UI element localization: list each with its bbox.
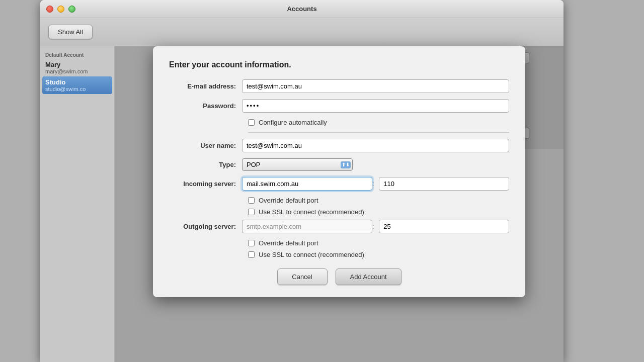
modal-overlay: Enter your account information. E-mail a… [115, 46, 564, 362]
maximize-button[interactable] [68, 6, 75, 13]
username-label: User name: [169, 142, 242, 149]
sidebar-account-mary[interactable]: Mary mary@swim.com [40, 59, 114, 76]
outgoing-server-label: Outgoing server: [169, 223, 242, 230]
incoming-override-label: Override default port [259, 197, 318, 204]
outgoing-ssl-row: Use SSL to connect (recommended) [248, 251, 509, 258]
outgoing-override-row: Override default port [248, 239, 509, 247]
modal-buttons: Cancel Add Account [169, 268, 509, 285]
sidebar-account-studio[interactable]: Studio studio@swim.co [42, 76, 112, 94]
type-select-wrapper: POP IMAP [242, 158, 353, 171]
configure-auto-checkbox[interactable] [248, 119, 255, 126]
password-label: Password: [169, 102, 242, 110]
sidebar: Default Account Mary mary@swim.com Studi… [40, 46, 115, 362]
cancel-button[interactable]: Cancel [277, 268, 328, 285]
password-input[interactable] [242, 99, 509, 113]
type-row: Type: POP IMAP [169, 158, 509, 171]
incoming-override-checkbox[interactable] [248, 197, 255, 204]
outgoing-server-input[interactable] [242, 220, 372, 233]
type-label: Type: [169, 161, 242, 168]
titlebar: Accounts [40, 0, 564, 18]
divider-1 [248, 132, 509, 133]
traffic-lights [46, 6, 75, 13]
close-button[interactable] [46, 6, 53, 13]
main-panel: Enter your account information. E-mail a… [115, 46, 564, 362]
outgoing-ssl-checkbox[interactable] [248, 251, 255, 258]
username-row: User name: [169, 139, 509, 152]
sidebar-section-label: Default Account [40, 50, 114, 59]
toolbar: Show All [40, 18, 564, 46]
incoming-ssl-checkbox[interactable] [248, 209, 255, 215]
incoming-server-row: Incoming server: : [169, 177, 509, 191]
minimize-button[interactable] [57, 6, 64, 13]
outgoing-ssl-label: Use SSL to connect (recommended) [259, 251, 364, 258]
outgoing-port-input[interactable] [379, 220, 509, 233]
main-window: Accounts Show All Default Account Mary m… [40, 0, 564, 362]
add-account-button[interactable]: Add Account [336, 268, 401, 285]
configure-auto-label: Configure automatically [259, 119, 327, 126]
incoming-server-input[interactable] [242, 177, 372, 191]
password-row: Password: [169, 99, 509, 113]
incoming-port-input[interactable] [379, 177, 509, 191]
show-all-button[interactable]: Show All [48, 25, 93, 39]
content-area: Default Account Mary mary@swim.com Studi… [40, 46, 564, 362]
incoming-ssl-label: Use SSL to connect (recommended) [259, 208, 364, 216]
sidebar-account-name-studio: Studio [45, 78, 109, 86]
outgoing-override-checkbox[interactable] [248, 240, 255, 246]
sidebar-account-email-studio: studio@swim.co [45, 86, 109, 92]
incoming-server-label: Incoming server: [169, 180, 242, 188]
outgoing-server-row: Outgoing server: : [169, 220, 509, 233]
email-label: E-mail address: [169, 82, 242, 90]
configure-auto-row: Configure automatically [248, 119, 509, 126]
incoming-override-row: Override default port [248, 197, 509, 204]
email-input[interactable] [242, 79, 509, 93]
incoming-colon: : [372, 180, 374, 188]
modal-dialog: Enter your account information. E-mail a… [153, 46, 525, 297]
sidebar-account-email-mary: mary@swim.com [45, 68, 109, 74]
type-select[interactable]: POP IMAP [242, 158, 353, 171]
modal-title: Enter your account information. [169, 60, 509, 69]
email-row: E-mail address: [169, 79, 509, 93]
outgoing-colon: : [372, 223, 374, 230]
username-input[interactable] [242, 139, 509, 152]
incoming-ssl-row: Use SSL to connect (recommended) [248, 208, 509, 216]
sidebar-account-name-mary: Mary [45, 61, 109, 68]
outgoing-override-label: Override default port [259, 239, 318, 247]
window-title: Accounts [287, 5, 316, 13]
